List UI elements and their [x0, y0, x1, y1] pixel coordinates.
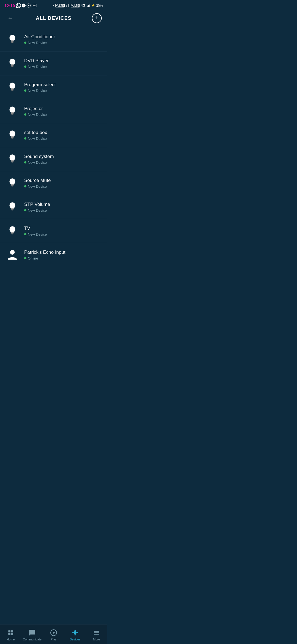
svg-rect-34	[11, 184, 14, 185]
device-name: set top box	[24, 130, 102, 135]
status-text: New Device	[28, 113, 47, 117]
device-info: DVD Player New Device	[24, 58, 102, 69]
device-name: Patrick's Echo Input	[24, 250, 102, 255]
device-status: New Device	[24, 89, 102, 93]
svg-point-41	[10, 226, 15, 232]
status-text: New Device	[28, 89, 47, 93]
status-dot	[24, 42, 26, 44]
lightning-icon: ⚡	[91, 4, 95, 7]
svg-rect-36	[12, 186, 13, 187]
status-time: 12:10	[4, 3, 15, 8]
device-name: Air Conditioner	[24, 34, 102, 40]
svg-rect-32	[12, 162, 13, 163]
device-icon-bulb	[6, 80, 19, 94]
svg-rect-6	[87, 6, 88, 7]
svg-rect-20	[12, 90, 13, 91]
device-name: DVD Player	[24, 58, 102, 64]
device-item-stp-volume[interactable]: STP Volume New Device	[0, 195, 107, 219]
device-item-program-select[interactable]: Program select New Device	[0, 75, 107, 99]
svg-rect-12	[12, 42, 13, 43]
svg-rect-3	[68, 5, 68, 7]
device-status: New Device	[24, 65, 102, 69]
svg-rect-39	[11, 209, 13, 210]
svg-rect-28	[12, 138, 13, 139]
status-dot	[24, 89, 26, 92]
device-status: New Device	[24, 113, 102, 117]
status-dot	[24, 233, 26, 235]
svg-rect-24	[12, 114, 13, 115]
device-icon-bulb	[6, 176, 19, 190]
status-text: New Device	[28, 232, 47, 236]
signal-dot: •	[53, 4, 54, 7]
svg-point-13	[10, 59, 15, 65]
svg-rect-23	[11, 113, 13, 114]
device-name: Source Mute	[24, 178, 102, 183]
status-text: New Device	[28, 41, 47, 45]
bulb-svg	[7, 58, 18, 69]
svg-point-37	[10, 202, 15, 208]
hd-badge: HD	[32, 4, 37, 7]
status-text: New Device	[28, 65, 47, 69]
svg-rect-43	[11, 233, 13, 234]
status-dot	[24, 185, 26, 187]
device-list: Air Conditioner New Device DVD Player Ne…	[0, 28, 107, 296]
svg-point-45	[10, 250, 15, 255]
plus-icon: +	[95, 15, 99, 21]
lte-indicator-2: VoLTE	[71, 4, 80, 7]
device-info: set top box New Device	[24, 130, 102, 141]
device-item-set-top-box[interactable]: set top box New Device	[0, 123, 107, 147]
network-4g: 4G	[81, 4, 85, 7]
device-status: New Device	[24, 160, 102, 165]
device-item-air-conditioner[interactable]: Air Conditioner New Device	[0, 28, 107, 51]
back-button[interactable]: ←	[6, 13, 15, 23]
device-item-echo-input[interactable]: Patrick's Echo Input Online	[0, 243, 107, 267]
status-icons: 3 HD	[16, 3, 37, 8]
bulb-svg	[7, 105, 18, 117]
device-item-dvd-player[interactable]: DVD Player New Device	[0, 51, 107, 75]
add-device-button[interactable]: +	[92, 13, 102, 23]
status-text: New Device	[28, 160, 47, 165]
svg-rect-2	[67, 6, 67, 7]
svg-point-33	[10, 178, 15, 184]
bulb-svg	[7, 34, 18, 45]
svg-rect-1	[66, 6, 67, 7]
status-text: New Device	[28, 184, 47, 189]
device-info: STP Volume New Device	[24, 202, 102, 212]
svg-rect-40	[12, 210, 13, 211]
svg-rect-38	[11, 208, 14, 209]
svg-point-17	[10, 83, 15, 89]
device-info: Program select New Device	[24, 82, 102, 93]
device-item-tv[interactable]: TV New Device	[0, 219, 107, 243]
svg-rect-5	[87, 6, 87, 7]
svg-rect-30	[11, 160, 14, 161]
device-item-projector[interactable]: Projector New Device	[0, 99, 107, 123]
device-icon-bulb	[6, 56, 19, 70]
device-name: Sound system	[24, 154, 102, 159]
device-status: New Device	[24, 137, 102, 141]
device-item-source-mute[interactable]: Source Mute New Device	[0, 171, 107, 195]
page-title: ALL DEVICES	[36, 15, 72, 21]
device-info: Patrick's Echo Input Online	[24, 250, 102, 260]
bulb-svg	[7, 201, 18, 213]
bulb-svg	[7, 129, 18, 141]
svg-rect-22	[11, 112, 14, 113]
svg-rect-15	[11, 65, 13, 66]
echo-svg	[7, 249, 18, 261]
svg-point-29	[10, 154, 15, 160]
device-name: TV	[24, 226, 102, 231]
device-icon-bulb	[6, 128, 19, 142]
battery-percentage: 25%	[96, 4, 103, 7]
device-item-sound-system[interactable]: Sound system New Device	[0, 147, 107, 171]
svg-rect-10	[11, 40, 14, 42]
signal-icon-1	[66, 4, 70, 7]
svg-point-25	[10, 130, 15, 137]
status-dot	[24, 257, 26, 259]
status-dot	[24, 209, 26, 211]
status-right: • VoLTE VoLTE 4G ⚡ 25%	[53, 4, 103, 7]
signal-icon-2	[86, 4, 90, 7]
status-dot	[24, 137, 26, 140]
status-text: New Device	[28, 208, 47, 212]
bulb-svg	[7, 81, 18, 93]
device-status: Online	[24, 256, 102, 260]
svg-rect-44	[12, 234, 13, 234]
